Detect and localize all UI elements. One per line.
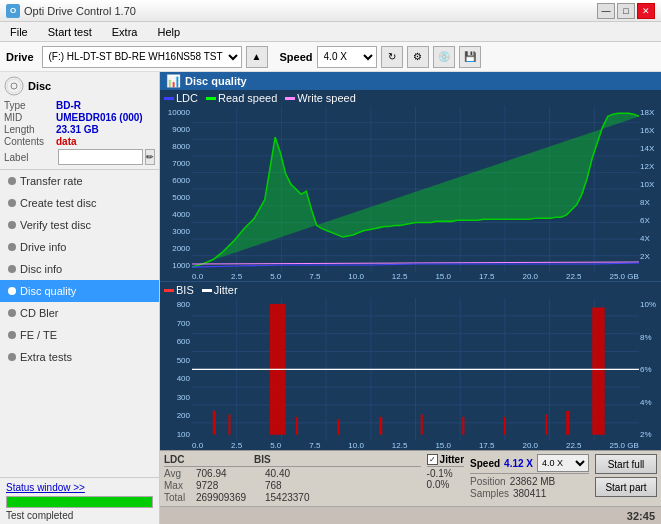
create-test-label: Create test disc <box>20 197 96 209</box>
y-100: 100 <box>160 430 192 439</box>
sidebar-item-cd-bler[interactable]: CD Bler <box>0 302 159 324</box>
sidebar-item-disc-quality[interactable]: Disc quality <box>0 280 159 302</box>
pct-10: 10% <box>639 300 661 309</box>
position-stats: Speed 4.12 X 4.0 X Position 23862 MB Sam… <box>470 454 589 499</box>
svg-rect-42 <box>228 415 230 435</box>
jitter-legend-label: Jitter <box>214 284 238 296</box>
speed-6x: 6X <box>639 216 661 225</box>
y-200: 200 <box>160 411 192 420</box>
jitter-checkbox[interactable]: ✓ <box>427 454 438 465</box>
label-input[interactable] <box>58 149 143 165</box>
maximize-button[interactable]: □ <box>617 3 635 19</box>
svg-rect-47 <box>462 417 464 435</box>
settings-button[interactable]: ⚙ <box>407 46 429 68</box>
y-5000: 5000 <box>160 193 192 202</box>
create-test-dot <box>8 199 16 207</box>
jitter-stats: ✓ Jitter -0.1% 0.0% <box>427 454 464 490</box>
menu-start-test[interactable]: Start test <box>42 24 98 40</box>
read-speed-label: Read speed <box>218 92 277 104</box>
y-2000: 2000 <box>160 244 192 253</box>
status-bar: Status window >> Test completed <box>0 477 159 524</box>
sidebar-item-disc-info[interactable]: Disc info <box>0 258 159 280</box>
main-area: Disc Type BD-R MID UMEBDR016 (000) Lengt… <box>0 72 661 524</box>
x-20: 20.0 <box>522 272 538 281</box>
save-button[interactable]: 💾 <box>459 46 481 68</box>
max-ldc: 9728 <box>196 480 261 491</box>
minimize-button[interactable]: — <box>597 3 615 19</box>
sidebar-item-fe-te[interactable]: FE / TE <box>0 324 159 346</box>
menu-help[interactable]: Help <box>151 24 186 40</box>
app-icon: O <box>6 4 20 18</box>
disc-header: Disc <box>4 76 155 96</box>
legend-bis: BIS <box>164 284 194 296</box>
bx-5: 5.0 <box>270 441 281 450</box>
transfer-rate-dot <box>8 177 16 185</box>
svg-point-1 <box>11 83 17 89</box>
disc-type-row: Type BD-R <box>4 100 155 111</box>
speed-dropdown[interactable]: 4.0 X <box>537 454 589 472</box>
avg-label: Avg <box>164 468 192 479</box>
bx-25: 25.0 GB <box>610 441 639 450</box>
x-22.5: 22.5 <box>566 272 582 281</box>
menu-extra[interactable]: Extra <box>106 24 144 40</box>
disc-quality-dot <box>8 287 16 295</box>
start-part-button[interactable]: Start part <box>595 477 657 497</box>
sidebar-item-verify-test-disc[interactable]: Verify test disc <box>0 214 159 236</box>
status-window-button[interactable]: Status window >> <box>6 482 85 493</box>
action-buttons: Start full Start part <box>595 454 657 497</box>
bis-dot <box>164 289 174 292</box>
bottom-chart-svg <box>192 298 639 441</box>
app-title: Opti Drive Control 1.70 <box>24 5 136 17</box>
read-speed-dot <box>206 97 216 100</box>
legend-ldc: LDC <box>164 92 198 104</box>
write-speed-label: Write speed <box>297 92 356 104</box>
y-800: 800 <box>160 300 192 309</box>
sidebar-item-create-test-disc[interactable]: Create test disc <box>0 192 159 214</box>
jitter-header: Jitter <box>440 454 464 465</box>
svg-rect-43 <box>296 417 298 435</box>
y-6000: 6000 <box>160 176 192 185</box>
verify-test-label: Verify test disc <box>20 219 91 231</box>
drive-select[interactable]: (F:) HL-DT-ST BD-RE WH16NS58 TST4 <box>42 46 242 68</box>
toolbar: Drive (F:) HL-DT-ST BD-RE WH16NS58 TST4 … <box>0 42 661 72</box>
refresh-button[interactable]: ↻ <box>381 46 403 68</box>
menu-file[interactable]: File <box>4 24 34 40</box>
burn-button[interactable]: 💿 <box>433 46 455 68</box>
drive-info-label: Drive info <box>20 241 66 253</box>
legend-jitter: Jitter <box>202 284 238 296</box>
max-label: Max <box>164 480 192 491</box>
sidebar-item-extra-tests[interactable]: Extra tests <box>0 346 159 368</box>
start-full-button[interactable]: Start full <box>595 454 657 474</box>
transfer-rate-label: Transfer rate <box>20 175 83 187</box>
disc-length-row: Length 23.31 GB <box>4 124 155 135</box>
sidebar-item-drive-info[interactable]: Drive info <box>0 236 159 258</box>
bx-12.5: 12.5 <box>392 441 408 450</box>
y-8000: 8000 <box>160 142 192 151</box>
disc-icon <box>4 76 24 96</box>
bx-22.5: 22.5 <box>566 441 582 450</box>
speed-14x: 14X <box>639 144 661 153</box>
close-button[interactable]: ✕ <box>637 3 655 19</box>
speed-select[interactable]: 4.0 X <box>317 46 377 68</box>
total-label: Total <box>164 492 192 503</box>
y-700: 700 <box>160 319 192 328</box>
samples-label: Samples <box>470 488 509 499</box>
position-label: Position <box>470 476 506 487</box>
svg-point-0 <box>5 77 23 95</box>
label-edit-button[interactable]: ✏ <box>145 149 155 165</box>
bx-0: 0.0 <box>192 441 203 450</box>
bx-17.5: 17.5 <box>479 441 495 450</box>
disc-panel: Disc Type BD-R MID UMEBDR016 (000) Lengt… <box>0 72 159 170</box>
sidebar-item-transfer-rate[interactable]: Transfer rate <box>0 170 159 192</box>
eject-button[interactable]: ▲ <box>246 46 268 68</box>
drive-label: Drive <box>6 51 34 63</box>
disc-mid-value: UMEBDR016 (000) <box>56 112 143 123</box>
bis-col-header: BIS <box>254 454 271 465</box>
y-9000: 9000 <box>160 125 192 134</box>
sidebar-menu: Transfer rate Create test disc Verify te… <box>0 170 159 477</box>
drive-info-dot <box>8 243 16 251</box>
ldc-label: LDC <box>176 92 198 104</box>
status-text: Test completed <box>6 510 153 521</box>
titlebar-left: O Opti Drive Control 1.70 <box>6 4 136 18</box>
menubar: File Start test Extra Help <box>0 22 661 42</box>
